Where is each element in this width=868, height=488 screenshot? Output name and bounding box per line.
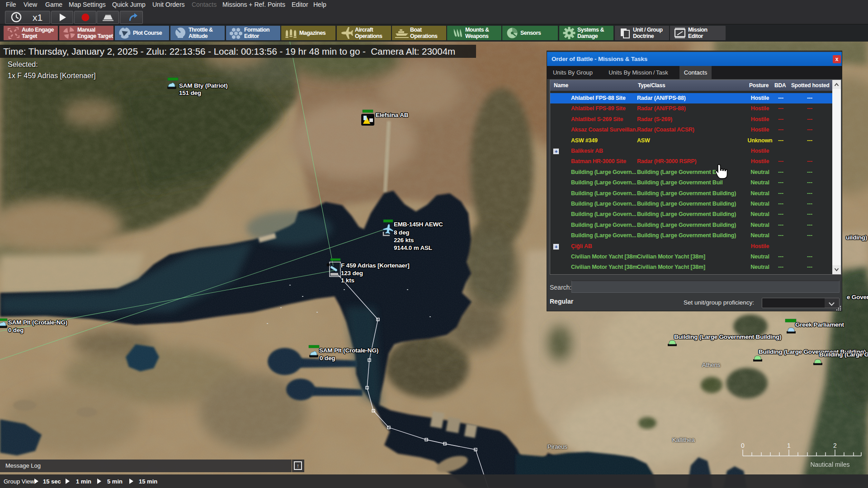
svg-text:2: 2	[833, 442, 837, 449]
svg-text:Nautical miles: Nautical miles	[810, 461, 849, 468]
svg-text:0: 0	[741, 442, 745, 449]
svg-text:x1: x1	[33, 12, 42, 23]
svg-text:1: 1	[787, 442, 791, 449]
